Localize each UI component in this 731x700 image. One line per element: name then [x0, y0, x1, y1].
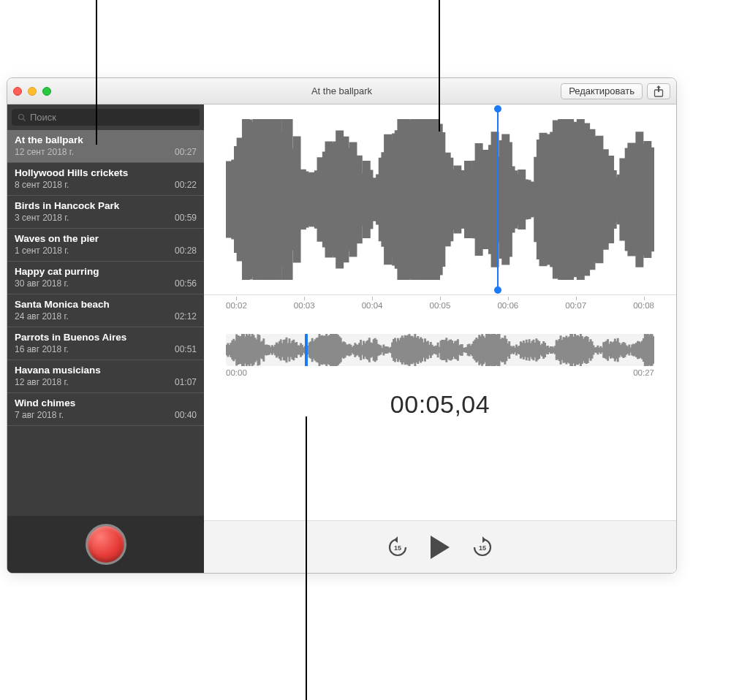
ruler-tick: 00:03 — [294, 301, 315, 310]
share-button[interactable] — [647, 83, 670, 99]
titlebar: At the ballpark Редактировать — [7, 78, 676, 104]
recording-title: Birds in Hancock Park — [15, 200, 197, 211]
minimize-window-button[interactable] — [28, 87, 37, 96]
ruler-tick: 00:05 — [430, 301, 451, 310]
waveform-overview[interactable]: 00:00 00:27 — [226, 334, 654, 377]
recording-title: Happy cat purring — [15, 266, 197, 277]
svg-line-2 — [23, 118, 26, 121]
recordings-list: At the ballpark12 сент 2018 г.00:27Holly… — [7, 130, 204, 516]
recording-date: 30 авг 2018 г. — [15, 278, 69, 289]
overview-start: 00:00 — [226, 368, 247, 377]
ruler-tick: 00:07 — [565, 301, 586, 310]
search-icon — [18, 113, 26, 122]
recording-item[interactable]: Havana musicians12 авг 2018 г.01:07 — [7, 360, 204, 393]
recording-item[interactable]: Wind chimes7 авг 2018 г.00:40 — [7, 393, 204, 426]
record-area — [7, 516, 204, 573]
recording-date: 1 сент 2018 г. — [15, 246, 69, 256]
svg-text:15: 15 — [394, 544, 401, 552]
rewind-icon: 15 — [387, 536, 409, 558]
ruler-tick: 00:06 — [497, 301, 518, 310]
share-icon — [654, 85, 664, 97]
recording-date: 12 сент 2018 г. — [15, 147, 74, 157]
svg-point-1 — [19, 114, 24, 119]
recording-title: Wind chimes — [15, 397, 197, 408]
main-panel: 00:0200:0300:0400:0500:0600:0700:08 00:0… — [204, 104, 676, 573]
recording-duration: 00:56 — [175, 278, 197, 289]
recording-duration: 00:28 — [175, 246, 197, 256]
svg-text:15: 15 — [479, 544, 486, 552]
waveform-detail[interactable] — [204, 104, 676, 294]
recording-duration: 00:22 — [175, 180, 197, 190]
recording-duration: 02:12 — [175, 311, 197, 322]
recording-date: 8 сент 2018 г. — [15, 180, 69, 190]
recording-date: 3 сент 2018 г. — [15, 213, 69, 223]
recording-date: 16 авг 2018 г. — [15, 344, 69, 354]
recording-date: 12 авг 2018 г. — [15, 377, 69, 387]
recording-item[interactable]: Happy cat purring30 авг 2018 г.00:56 — [7, 262, 204, 294]
recording-duration: 01:07 — [175, 377, 197, 387]
forward-15-button[interactable]: 15 — [471, 536, 493, 558]
search-input[interactable]: Поиск — [12, 109, 200, 126]
edit-button[interactable]: Редактировать — [561, 83, 643, 99]
fullscreen-window-button[interactable] — [42, 87, 51, 96]
time-ruler: 00:0200:0300:0400:0500:0600:0700:08 — [204, 294, 676, 315]
recording-title: Havana musicians — [15, 365, 197, 376]
overview-playhead[interactable] — [305, 334, 308, 366]
app-window: At the ballpark Редактировать Поиск At t… — [7, 77, 677, 574]
ruler-tick: 00:02 — [226, 301, 247, 310]
playhead[interactable] — [497, 109, 499, 290]
recording-date: 24 авг 2018 г. — [15, 311, 69, 322]
callout-line-top-right — [439, 0, 440, 132]
window-controls — [13, 87, 51, 96]
recording-title: At the ballpark — [15, 134, 197, 145]
recording-date: 7 авг 2018 г. — [15, 410, 64, 420]
ruler-tick: 00:04 — [362, 301, 383, 310]
ruler-tick: 00:08 — [633, 301, 654, 310]
recording-item[interactable]: Birds in Hancock Park3 сент 2018 г.00:59 — [7, 196, 204, 229]
callout-line-top-left — [96, 0, 97, 145]
recording-title: Santa Monica beach — [15, 299, 197, 310]
recording-duration: 00:59 — [175, 213, 197, 223]
recording-duration: 00:51 — [175, 344, 197, 354]
close-window-button[interactable] — [13, 87, 22, 96]
recording-title: Hollywood Hills crickets — [15, 167, 197, 178]
callout-line-bottom — [306, 416, 307, 700]
recording-title: Waves on the pier — [15, 233, 197, 244]
sidebar: Поиск At the ballpark12 сент 2018 г.00:2… — [7, 104, 204, 573]
recording-item[interactable]: Santa Monica beach24 авг 2018 г.02:12 — [7, 294, 204, 327]
recording-item[interactable]: At the ballpark12 сент 2018 г.00:27 — [7, 130, 204, 163]
overview-end: 00:27 — [633, 368, 654, 377]
play-icon — [431, 536, 450, 559]
recording-title: Parrots in Buenos Aires — [15, 332, 197, 343]
playback-controls: 15 15 — [204, 520, 676, 573]
recording-duration: 00:40 — [175, 410, 197, 420]
forward-icon: 15 — [471, 536, 493, 558]
playback-timecode: 00:05,04 — [204, 390, 676, 419]
search-placeholder: Поиск — [30, 112, 56, 123]
recording-item[interactable]: Parrots in Buenos Aires16 авг 2018 г.00:… — [7, 327, 204, 360]
record-button[interactable] — [86, 524, 126, 565]
recording-duration: 00:27 — [175, 147, 197, 157]
recording-item[interactable]: Waves on the pier1 сент 2018 г.00:28 — [7, 229, 204, 262]
recording-item[interactable]: Hollywood Hills crickets8 сент 2018 г.00… — [7, 163, 204, 196]
play-button[interactable] — [431, 536, 450, 559]
rewind-15-button[interactable]: 15 — [387, 536, 409, 558]
